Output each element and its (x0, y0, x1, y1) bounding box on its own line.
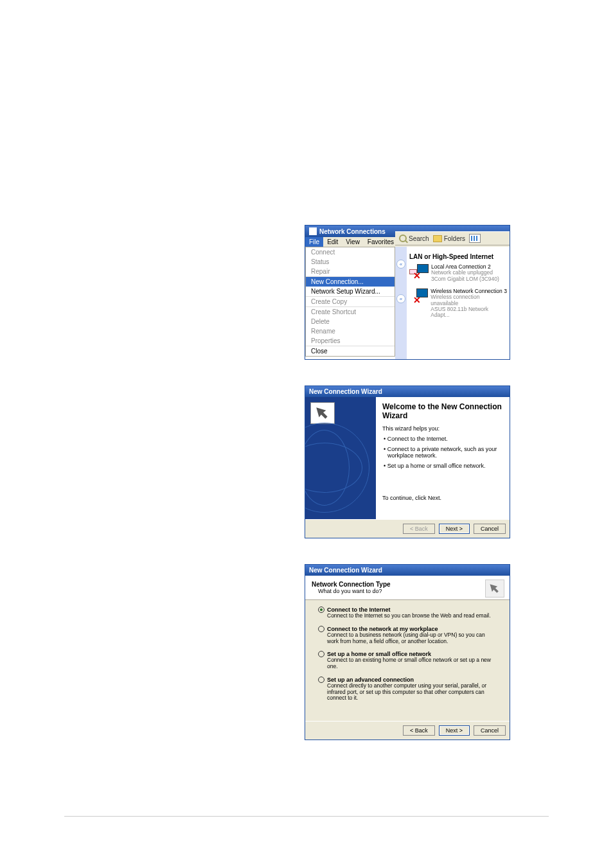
option-desc: Connect directly to another computer usi… (318, 683, 497, 702)
views-button[interactable] (469, 234, 481, 243)
folders-button[interactable]: Folders (433, 235, 465, 242)
network-connections-window: Network Connections File Edit View Favor… (305, 225, 510, 360)
file-menu-dropdown: Connect Status Repair New Connection... … (305, 247, 395, 357)
connection-item[interactable]: ✕ Wireless Network Connection 3 Wireless… (409, 288, 507, 319)
wizard-bullet: • Connect to the Internet. (382, 436, 503, 442)
menu-item-rename[interactable]: Rename (306, 326, 395, 336)
window-title: Network Connections (319, 228, 386, 235)
folder-icon (433, 235, 442, 242)
wizard-header: Network Connection Type What do you want… (305, 576, 510, 600)
next-button[interactable]: Next > (439, 725, 470, 736)
menu-item-network-setup-wizard[interactable]: Network Setup Wizard... (306, 287, 395, 296)
new-connection-wizard-type: New Connection Wizard Network Connection… (305, 564, 510, 740)
menu-item-repair[interactable]: Repair (306, 267, 395, 276)
wizard-sidebar-image (305, 397, 376, 519)
menu-item-connect[interactable]: Connect (306, 247, 395, 257)
group-heading: LAN or High-Speed Internet (409, 253, 507, 260)
connection-status: Wireless connection unavailable (431, 294, 507, 306)
wizard-subheading: What do you want to do? (312, 588, 503, 594)
wizard-title-bar[interactable]: New Connection Wizard (305, 565, 510, 576)
option-home-office[interactable]: Set up a home or small office network Co… (318, 651, 497, 670)
app-icon (309, 227, 317, 235)
next-button[interactable]: Next > (439, 524, 470, 534)
radio-icon[interactable] (318, 607, 324, 613)
option-connect-workplace[interactable]: Connect to the network at my workplace C… (318, 626, 497, 645)
menu-favorites[interactable]: Favorites (364, 237, 398, 247)
page-footer-divider (64, 816, 549, 817)
search-button[interactable]: Search (399, 235, 429, 242)
connection-icon: ✕ (409, 288, 428, 305)
cancel-button[interactable]: Cancel (474, 725, 506, 736)
menu-item-close[interactable]: Close (306, 346, 395, 356)
menu-item-delete[interactable]: Delete (306, 317, 395, 326)
menu-edit[interactable]: Edit (323, 237, 342, 247)
option-desc: Connect to the Internet so you can brows… (318, 613, 497, 619)
connection-item[interactable]: ✕ Local Area Connection 2 Network cable … (409, 264, 507, 282)
option-desc: Connect to a business network (using dia… (318, 632, 497, 645)
menu-item-status[interactable]: Status (306, 257, 395, 267)
wizard-bullet: • Connect to a private network, such as … (382, 446, 503, 459)
radio-icon[interactable] (318, 626, 324, 632)
search-icon (399, 235, 407, 242)
menu-item-create-shortcut[interactable]: Create Shortcut (306, 306, 395, 317)
menu-item-create-copy[interactable]: Create Copy (306, 296, 395, 306)
collapse-icon[interactable]: « (396, 294, 405, 303)
menu-file[interactable]: File (305, 237, 323, 247)
wizard-header-icon (485, 580, 504, 598)
connection-icon: ✕ (409, 264, 429, 281)
option-desc: Connect to an existing home or small off… (318, 657, 497, 670)
radio-icon[interactable] (318, 651, 324, 657)
option-advanced[interactable]: Set up an advanced connection Connect di… (318, 677, 497, 702)
back-button[interactable]: < Back (403, 524, 435, 534)
menu-item-new-connection[interactable]: New Connection... (306, 276, 395, 287)
cancel-button[interactable]: Cancel (474, 524, 506, 534)
menu-view[interactable]: View (342, 237, 364, 247)
wizard-continue-text: To continue, click Next. (382, 495, 503, 501)
error-x-icon: ✕ (413, 295, 421, 305)
wizard-heading: Welcome to the New Connection Wizard (382, 402, 503, 420)
toolbar: Search Folders (395, 231, 510, 245)
collapse-icon[interactable]: « (396, 260, 405, 269)
radio-icon[interactable] (318, 677, 324, 683)
wizard-bullet: • Set up a home or small office network. (382, 463, 503, 469)
option-connect-internet[interactable]: Connect to the Internet Connect to the I… (318, 607, 497, 619)
wizard-intro: This wizard helps you: (382, 425, 503, 432)
connection-adapter: ASUS 802.11b Network Adapt... (431, 306, 507, 319)
menu-item-properties[interactable]: Properties (306, 336, 395, 346)
new-connection-wizard-welcome: New Connection Wizard Welcome to the New… (305, 385, 510, 538)
back-button[interactable]: < Back (403, 725, 435, 736)
connection-adapter: 3Com Gigabit LOM (3C940) (431, 276, 499, 282)
wizard-heading: Network Connection Type (312, 581, 503, 588)
wizard-icon (310, 402, 335, 424)
error-x-icon: ✕ (413, 270, 421, 281)
wizard-title-bar[interactable]: New Connection Wizard (305, 386, 510, 397)
